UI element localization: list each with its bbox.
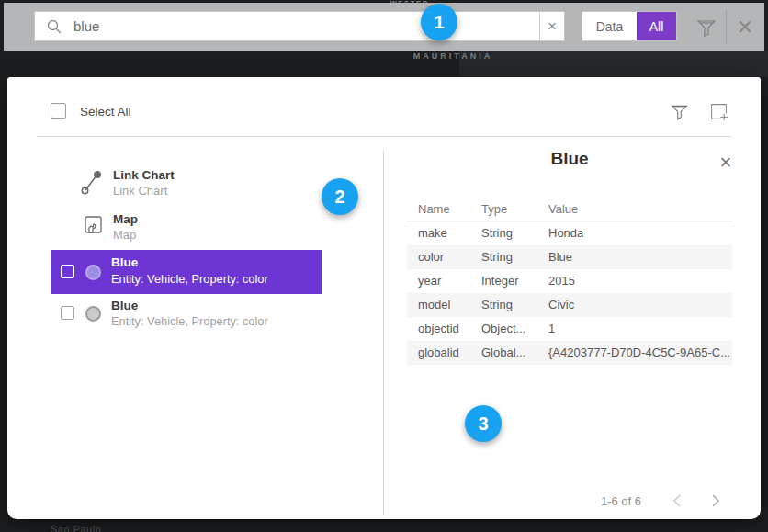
map-label-mauritania: MAURITANIA [402,51,503,61]
cell-name: year [418,269,481,293]
cell-name: globalid [418,341,481,365]
scope-option-data[interactable]: Data [582,12,637,40]
result-title-blue: Blue [111,255,138,269]
attribute-table-header: Name Type Value [407,202,732,216]
select-all-checkbox[interactable] [51,103,66,119]
table-row: objectid Object... 1 [407,317,732,341]
result-title-link-chart[interactable]: Link Chart [113,168,175,182]
cell-name: color [418,245,481,269]
cell-type: String [481,293,548,317]
pagination-label: 1-6 of 6 [566,494,676,508]
select-all-label: Select All [80,104,131,119]
cell-value: Blue [548,245,732,269]
filter-funnel-icon[interactable] [695,17,717,39]
cell-value: 2015 [548,269,732,293]
cell-type: Object... [481,317,548,341]
filter-funnel-icon[interactable] [670,102,689,121]
scope-option-all[interactable]: All [637,12,676,40]
callout-badge-2: 2 [322,178,358,215]
map-label-sao-paulo: São Paulo [51,524,101,532]
chevron-left-icon[interactable] [670,492,686,509]
result-row-blue-selected[interactable]: Blue Entity: Vehicle, Property: color [51,250,322,294]
result-subtitle-blue: Entity: Vehicle, Property: color [111,272,268,286]
search-icon [47,19,62,34]
search-results-panel: Select All Link Chart Link Chart [7,77,761,519]
table-row: make String Honda [407,221,732,245]
cell-type: Global... [481,341,548,365]
cell-name: objectid [418,317,481,341]
cell-value: Civic [548,293,732,317]
cell-value: 1 [548,317,732,341]
cell-name: model [418,293,481,317]
search-input[interactable]: blue [35,12,539,40]
cell-type: String [481,221,548,245]
link-chart-icon [81,171,103,195]
detail-close-button[interactable]: × [714,151,738,175]
add-selection-icon[interactable] [709,102,728,121]
column-header-type: Type [481,202,548,216]
result-checkbox[interactable] [61,306,74,320]
close-search-button[interactable]: × [729,10,761,43]
cell-type: Integer [481,269,548,293]
screen: MAURITANIA WESTER São Paulo blue × Data … [0,0,768,532]
result-title-blue: Blue [111,299,138,312]
clear-search-button[interactable]: × [539,12,564,40]
chevron-right-icon[interactable] [706,492,723,509]
cell-type: String [481,245,548,269]
result-checkbox[interactable] [61,265,74,278]
callout-badge-1: 1 [421,4,457,40]
callout-badge-3: 3 [465,405,502,442]
search-input-group: blue × [34,11,565,41]
cell-value: {A4203777-D70D-4C5C-9A65-C... [548,341,732,365]
search-toolbar: blue × Data All × [4,3,764,51]
attribute-table: make String Honda color String Blue year… [407,221,732,365]
map-background [459,51,768,77]
detail-title: Blue [407,149,732,169]
scope-toggle: Data All [582,11,677,41]
result-subtitle-link-chart: Link Chart [113,184,167,198]
result-subtitle-blue: Entity: Vehicle, Property: color [111,314,268,328]
result-subtitle-map: Map [113,228,136,242]
result-row-blue[interactable]: Blue Entity: Vehicle, Property: color [51,298,322,338]
column-header-name: Name [418,202,481,216]
table-row: model String Civic [407,293,732,317]
table-row: color String Blue [407,245,732,269]
toolbar-divider [726,9,727,44]
entity-circle-icon [85,265,101,280]
search-value: blue [73,18,99,34]
table-row: year Integer 2015 [407,269,732,293]
cell-value: Honda [548,221,732,245]
panel-vertical-divider [383,151,384,515]
table-row: globalid Global... {A4203777-D70D-4C5C-9… [407,341,732,365]
panel-header-divider [37,136,731,137]
entity-circle-icon [85,306,101,322]
column-header-value: Value [548,202,732,216]
map-icon [85,216,102,233]
result-title-map[interactable]: Map [113,212,138,226]
cell-name: make [418,221,481,245]
